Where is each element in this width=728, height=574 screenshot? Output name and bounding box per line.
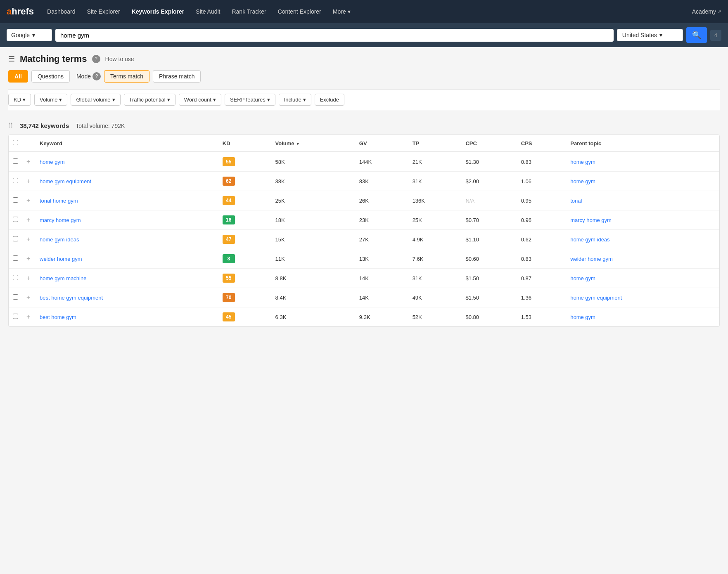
add-keyword-icon[interactable]: + (26, 255, 30, 262)
add-keyword-icon[interactable]: + (26, 236, 30, 243)
row-checkbox-cell[interactable] (9, 172, 22, 191)
row-add-cell[interactable]: + (22, 172, 36, 191)
row-checkbox-cell[interactable] (9, 152, 22, 172)
mode-help-icon[interactable]: ? (92, 72, 101, 80)
th-gv[interactable]: GV (355, 135, 408, 152)
row-add-cell[interactable]: + (22, 152, 36, 172)
row-keyword[interactable]: best home gym (36, 307, 218, 327)
add-keyword-icon[interactable]: + (26, 216, 30, 223)
filter-traffic-potential[interactable]: Traffic potential ▾ (124, 94, 175, 106)
select-all-checkbox[interactable] (13, 140, 18, 145)
row-keyword[interactable]: home gym machine (36, 269, 218, 288)
tab-all[interactable]: All (8, 70, 28, 83)
row-parent-topic[interactable]: home gym equipment (566, 288, 719, 307)
add-keyword-icon[interactable]: + (26, 177, 30, 184)
filter-include[interactable]: Include ▾ (279, 94, 311, 106)
th-cps[interactable]: CPS (517, 135, 566, 152)
row-checkbox-cell[interactable] (9, 249, 22, 269)
row-parent-topic[interactable]: home gym (566, 269, 719, 288)
help-icon[interactable]: ? (92, 55, 100, 63)
row-checkbox-cell[interactable] (9, 307, 22, 327)
filter-global-volume[interactable]: Global volume ▾ (71, 94, 120, 106)
row-checkbox[interactable] (13, 158, 18, 164)
engine-select[interactable]: Google ▾ (7, 29, 52, 41)
nav-academy[interactable]: Academy ↗ (692, 8, 721, 15)
add-keyword-icon[interactable]: + (26, 313, 30, 320)
row-add-cell[interactable]: + (22, 269, 36, 288)
nav-content-explorer[interactable]: Content Explorer (273, 5, 326, 18)
row-parent-topic[interactable]: home gym (566, 152, 719, 172)
logo[interactable]: ahrefs (7, 6, 34, 17)
filter-volume[interactable]: Volume ▾ (34, 94, 67, 106)
row-checkbox[interactable] (13, 217, 18, 222)
row-kd: 44 (218, 191, 271, 210)
chevron-down-icon: ▾ (659, 32, 662, 38)
row-checkbox-cell[interactable] (9, 191, 22, 210)
menu-icon[interactable]: ☰ (8, 54, 15, 64)
row-tp: 31K (408, 172, 462, 191)
row-keyword[interactable]: marcy home gym (36, 210, 218, 230)
row-parent-topic[interactable]: home gym (566, 307, 719, 327)
nav-more[interactable]: More ▾ (328, 5, 356, 18)
th-cpc[interactable]: CPC (461, 135, 517, 152)
th-parent-topic[interactable]: Parent topic (566, 135, 719, 152)
th-keyword[interactable]: Keyword (36, 135, 218, 152)
row-add-cell[interactable]: + (22, 230, 36, 249)
add-keyword-icon[interactable]: + (26, 158, 30, 165)
country-select[interactable]: United States ▾ (617, 29, 683, 41)
chevron-down-icon: ▾ (267, 97, 270, 103)
row-checkbox[interactable] (13, 178, 18, 183)
row-checkbox-cell[interactable] (9, 230, 22, 249)
row-keyword[interactable]: best home gym equipment (36, 288, 218, 307)
filter-kd[interactable]: KD ▾ (8, 94, 31, 106)
row-add-cell[interactable]: + (22, 307, 36, 327)
how-to-use-link[interactable]: How to use (105, 56, 134, 62)
row-parent-topic[interactable]: marcy home gym (566, 210, 719, 230)
th-select-all[interactable] (9, 135, 22, 152)
row-keyword[interactable]: tonal home gym (36, 191, 218, 210)
row-keyword[interactable]: weider home gym (36, 249, 218, 269)
row-parent-topic[interactable]: home gym ideas (566, 230, 719, 249)
search-input[interactable] (60, 29, 609, 42)
filter-serp-features[interactable]: SERP features ▾ (225, 94, 275, 106)
nav-keywords-explorer[interactable]: Keywords Explorer (127, 5, 190, 18)
row-checkbox-cell[interactable] (9, 210, 22, 230)
th-tp[interactable]: TP (408, 135, 462, 152)
row-parent-topic[interactable]: weider home gym (566, 249, 719, 269)
filter-word-count[interactable]: Word count ▾ (179, 94, 221, 106)
search-button[interactable]: 🔍 (686, 27, 707, 43)
row-add-cell[interactable]: + (22, 210, 36, 230)
row-checkbox[interactable] (13, 314, 18, 319)
tab-questions[interactable]: Questions (31, 70, 70, 83)
nav-site-explorer[interactable]: Site Explorer (82, 5, 125, 18)
row-checkbox[interactable] (13, 197, 18, 203)
nav-rank-tracker[interactable]: Rank Tracker (227, 5, 271, 18)
add-keyword-icon[interactable]: + (26, 197, 30, 204)
row-checkbox[interactable] (13, 255, 18, 261)
add-keyword-icon[interactable]: + (26, 274, 30, 281)
tab-terms-match[interactable]: Terms match (104, 70, 149, 83)
nav-site-audit[interactable]: Site Audit (191, 5, 225, 18)
row-add-cell[interactable]: + (22, 288, 36, 307)
add-keyword-icon[interactable]: + (26, 294, 30, 301)
row-parent-topic[interactable]: home gym (566, 172, 719, 191)
row-checkbox-cell[interactable] (9, 269, 22, 288)
nav-dashboard[interactable]: Dashboard (42, 5, 81, 18)
row-checkbox[interactable] (13, 275, 18, 280)
row-add-cell[interactable]: + (22, 249, 36, 269)
row-checkbox[interactable] (13, 294, 18, 300)
filter-exclude[interactable]: Exclude (315, 94, 344, 106)
th-volume[interactable]: Volume ▼ (271, 135, 355, 152)
drag-handle-icon[interactable]: ⠿ (8, 122, 13, 130)
th-kd[interactable]: KD (218, 135, 271, 152)
row-checkbox[interactable] (13, 236, 18, 241)
row-keyword[interactable]: home gym equipment (36, 172, 218, 191)
tab-phrase-match[interactable]: Phrase match (153, 70, 201, 83)
row-add-cell[interactable]: + (22, 191, 36, 210)
table-row: + home gym ideas 47 15K 27K 4.9K $1.10 0… (9, 230, 719, 249)
row-volume: 18K (271, 210, 355, 230)
row-checkbox-cell[interactable] (9, 288, 22, 307)
row-parent-topic[interactable]: tonal (566, 191, 719, 210)
row-keyword[interactable]: home gym ideas (36, 230, 218, 249)
row-keyword[interactable]: home gym (36, 152, 218, 172)
